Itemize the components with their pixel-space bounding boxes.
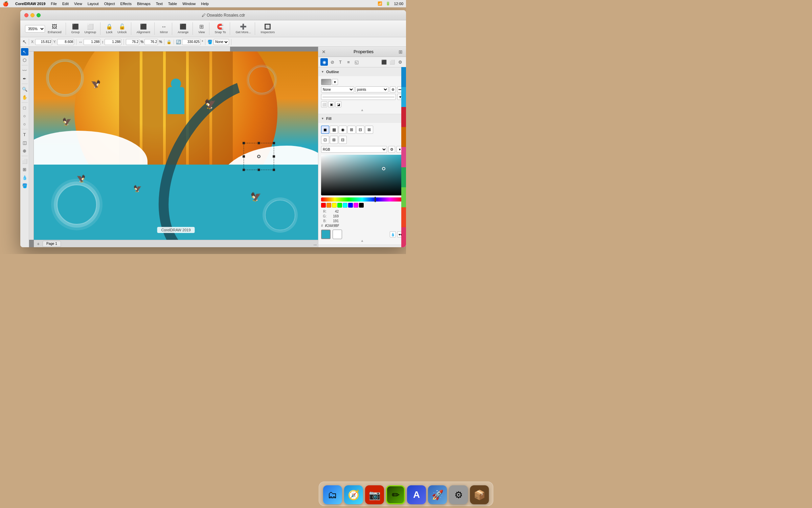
view-modes-btn[interactable]: 🖼 Enhanced [46,23,64,35]
handle-mr[interactable] [273,155,275,158]
alignment-btn[interactable]: ⬛ Alignment [135,22,152,35]
height-input[interactable] [105,39,121,45]
swatch-magenta[interactable] [354,203,358,208]
color-model-select[interactable]: RGB [321,146,387,153]
transparency-section[interactable]: ▶ Transparency [318,245,406,247]
swatch-cyan[interactable] [343,203,347,208]
handle-tl[interactable] [243,142,245,144]
fill-tool[interactable]: 🪣 [21,182,28,189]
strip-blue-1[interactable] [401,67,406,87]
export-tab[interactable]: ⬜ [388,58,396,66]
menu-bitmaps[interactable]: Bitmaps [137,2,151,6]
outline-color-preview[interactable] [321,79,331,85]
object-props-tab[interactable]: ⬛ [380,58,388,66]
color-settings-btn[interactable]: ⚙ [388,146,395,153]
frame-tab[interactable]: ◱ [353,58,360,66]
outline-none-select[interactable]: None [321,86,354,92]
current-color[interactable] [321,230,331,239]
eyedropper-btn[interactable]: 💧 [390,231,396,237]
swatch-blue[interactable] [348,203,353,208]
scale-h-input[interactable] [144,39,158,45]
x-input[interactable] [35,39,52,45]
fill-tab[interactable]: ◉ [320,58,328,66]
strip-orange[interactable] [401,127,406,147]
fill-collapse-btn[interactable]: ▲ [321,239,403,242]
zoom-tool[interactable]: 🔍 [21,85,28,93]
fill-texture-btn[interactable]: ⊟ [356,126,364,134]
unlock-btn[interactable]: 🔓 Unlock [115,22,129,35]
strip-rose[interactable] [401,227,406,247]
y-input[interactable] [57,39,74,45]
callout-tool[interactable]: ◫ [21,139,28,146]
outline-points-select[interactable]: points [356,86,389,92]
spectrum-bar[interactable] [321,197,403,202]
fill-postscript-btn[interactable]: ⊠ [365,126,373,134]
strip-blue-2[interactable] [401,87,406,107]
strip-light-green[interactable] [401,187,406,207]
panel-close-button[interactable]: ✕ [322,49,326,55]
scale-w-input[interactable] [126,39,139,45]
outline-color-dropdown[interactable]: ▼ [332,79,338,85]
rotation-input[interactable] [182,39,201,45]
fill-pattern-btn[interactable]: ⊞ [347,126,356,134]
center-handle[interactable] [257,155,261,158]
fill-linear-btn[interactable]: ▦ [330,126,338,134]
view-btn[interactable]: ⊞ View [196,22,207,35]
group-btn[interactable]: ⬛ Group [69,22,82,35]
outline-settings-btn[interactable]: ⚙ [390,86,396,92]
menu-text[interactable]: Text [156,2,163,6]
settings-tab[interactable]: ⚙ [397,58,404,66]
character-tab[interactable]: T [337,58,344,66]
outline-style-3[interactable]: ◪ [335,101,341,107]
crop-tool[interactable]: ⬜ [21,157,28,165]
outline-section-header[interactable]: ▼ Outline [318,67,406,76]
fill-section-header[interactable]: ▼ Fill [318,114,406,123]
color-picker[interactable] [321,155,403,195]
fill-sub-3[interactable]: ⊟ [339,136,347,144]
hex-value[interactable]: #2AA9BF [325,224,339,228]
minimize-button[interactable] [30,13,35,17]
eyedropper-tool[interactable]: 💧 [21,174,28,181]
fill-select[interactable]: None [213,39,229,45]
strip-red[interactable] [401,107,406,127]
spectrum-cursor[interactable] [375,197,376,202]
page-options[interactable]: ... [314,242,317,246]
menu-help[interactable]: Help [201,2,209,6]
inspectors-btn[interactable]: 🔲 Inspectors [258,22,277,35]
outline-style-1[interactable]: ⬜ [321,101,327,107]
page-tab-1[interactable]: Page 1 [43,241,61,247]
handle-bm[interactable] [258,169,260,171]
outline-tab[interactable]: ⊘ [329,58,336,66]
pen-tool[interactable]: ✒ [21,75,28,82]
select-tool[interactable]: ↖ [21,48,28,56]
menu-file[interactable]: File [51,2,57,6]
menu-edit[interactable]: Edit [62,2,69,6]
text-tool[interactable]: T [21,131,28,138]
zoom-select[interactable]: 355% [25,25,45,33]
polygon-tool[interactable]: ○ [21,120,28,128]
get-more-btn[interactable]: ➕ Get More... [233,22,253,35]
panel-expand-icon[interactable]: ⊞ [399,49,403,55]
swatch-black[interactable] [359,203,364,208]
strip-green[interactable] [401,167,406,187]
paragraph-tab[interactable]: ≡ [345,58,352,66]
color-cursor[interactable] [382,167,385,170]
swatch-green[interactable] [337,203,342,208]
handle-tr[interactable] [273,142,275,144]
apple-icon[interactable]: 🍎 [3,1,8,6]
strip-red-2[interactable] [401,207,406,227]
menu-window[interactable]: Window [182,2,196,6]
handle-br[interactable] [273,169,275,171]
fill-sub-2[interactable]: ⊞ [330,136,338,144]
menu-view[interactable]: View [74,2,82,6]
ungroup-btn[interactable]: ⬜ Ungroup [83,22,98,35]
fill-radial-btn[interactable]: ◉ [339,126,347,134]
menu-table[interactable]: Table [168,2,177,6]
handle-bl[interactable] [243,169,245,171]
blend-tool[interactable]: ⊕ [21,147,28,154]
width-input[interactable] [84,39,100,45]
menu-object[interactable]: Object [104,2,115,6]
strip-pink[interactable] [401,147,406,167]
swatch-orange[interactable] [326,203,331,208]
handle-tm[interactable] [258,142,260,144]
